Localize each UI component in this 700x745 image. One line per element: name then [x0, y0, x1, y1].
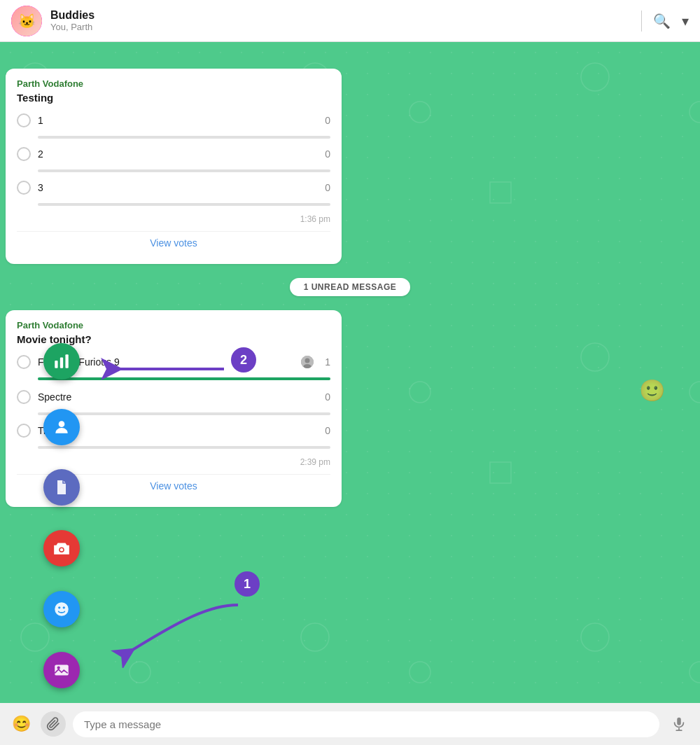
svg-rect-14: [677, 718, 681, 725]
poll2-bar-1: [38, 377, 330, 380]
attach-button[interactable]: [41, 711, 66, 737]
group-avatar[interactable]: 🐱: [11, 6, 42, 36]
fab-contact-button[interactable]: [43, 409, 80, 445]
header-actions: 🔍 ▾: [641, 11, 689, 32]
chat-header: 🐱 Buddies You, Parth 🔍 ▾: [0, 0, 700, 42]
poll1-question: Testing: [17, 92, 330, 104]
poll2-bar-3: [38, 446, 330, 449]
poll2-radio-3[interactable]: [17, 424, 31, 438]
poll1-radio-3[interactable]: [17, 181, 31, 195]
poll1-sender: Parth Vodafone: [17, 78, 330, 89]
poll1-option3-text: 3: [38, 182, 319, 193]
poll2-sender: Parth Vodafone: [17, 320, 330, 330]
header-info: Buddies You, Parth: [50, 9, 641, 32]
svg-rect-12: [55, 664, 69, 675]
svg-rect-5: [65, 354, 68, 368]
poll2-radio-2[interactable]: [17, 390, 31, 404]
fab-poll-button[interactable]: [43, 343, 80, 380]
poll2-option2-text: Spectre: [38, 391, 319, 403]
poll1-bar-1: [38, 136, 330, 139]
poll1-radio-1[interactable]: [17, 113, 31, 127]
fab-gallery-button[interactable]: [43, 652, 80, 688]
avatar-image: 🐱: [11, 6, 42, 36]
header-divider: [641, 11, 642, 32]
poll1-option2-text: 2: [38, 148, 319, 160]
poll1-radio-2[interactable]: [17, 147, 31, 161]
poll1-time: 1:36 pm: [17, 214, 330, 224]
poll1-option1-text: 1: [38, 115, 319, 126]
emoji-button[interactable]: 😊: [8, 711, 34, 737]
bg-smiley: 🙂: [639, 378, 665, 403]
poll2-radio-1[interactable]: [17, 355, 31, 369]
svg-point-6: [59, 421, 65, 427]
svg-point-11: [63, 606, 65, 608]
poll2-bar-fill-1: [38, 377, 330, 380]
poll1-option-1[interactable]: 1 0: [17, 113, 330, 127]
messages-scroll[interactable]: Parth Vodafone Testing 1 0 2 0: [0, 42, 700, 703]
svg-rect-4: [60, 358, 63, 368]
voter-avatar: [301, 356, 314, 368]
poll1-option-3[interactable]: 3 0: [17, 181, 330, 195]
poll2-option3-count: 0: [325, 425, 330, 436]
chat-area: ❤️ 💌 🎭 🚲 😊 🎮 🖥️ 📱 🎵 📷 🌟 🎂 🏆 💬 🌈 🎁 🔔 📢 🎉 …: [0, 42, 700, 703]
svg-point-10: [58, 606, 60, 608]
fab-sticker-button[interactable]: [43, 591, 80, 627]
poll-card-1: Parth Vodafone Testing 1 0 2 0: [6, 69, 342, 264]
poll2-option3-text: Titanic: [38, 425, 319, 436]
fab-camera-button[interactable]: [43, 530, 80, 566]
poll2-option1-right: 1: [301, 356, 330, 368]
poll1-option3-count: 0: [325, 182, 330, 193]
poll1-option-2[interactable]: 2 0: [17, 147, 330, 161]
spacer: [6, 53, 694, 60]
message-input[interactable]: [73, 711, 659, 737]
svg-point-1: [305, 358, 310, 363]
mic-button[interactable]: [666, 711, 692, 737]
poll2-option2-count: 0: [325, 391, 330, 403]
unread-divider: 1 UNREAD MESSAGE: [6, 272, 694, 302]
poll1-bar-2: [38, 169, 330, 172]
poll1-view-votes[interactable]: View votes: [17, 231, 330, 254]
svg-point-8: [60, 548, 63, 551]
svg-rect-3: [55, 361, 57, 368]
poll2-bar-2: [38, 412, 330, 415]
poll1-bar-3: [38, 203, 330, 206]
group-members: You, Parth: [50, 22, 641, 32]
svg-point-2: [304, 364, 312, 368]
poll2-option-2[interactable]: Spectre 0: [17, 390, 330, 404]
fab-document-button[interactable]: [43, 469, 80, 506]
poll2-time: 2:39 pm: [17, 457, 330, 467]
poll1-option1-count: 0: [325, 115, 330, 126]
search-icon[interactable]: 🔍: [653, 13, 671, 29]
bottom-spacer: [6, 515, 694, 529]
group-name: Buddies: [50, 9, 641, 22]
unread-badge: 1 UNREAD MESSAGE: [290, 278, 411, 296]
poll1-option2-count: 0: [325, 148, 330, 160]
svg-point-9: [55, 602, 69, 616]
poll2-option1-count: 1: [325, 356, 330, 368]
more-options-icon[interactable]: ▾: [682, 13, 689, 29]
input-bar: 😊: [0, 703, 700, 745]
